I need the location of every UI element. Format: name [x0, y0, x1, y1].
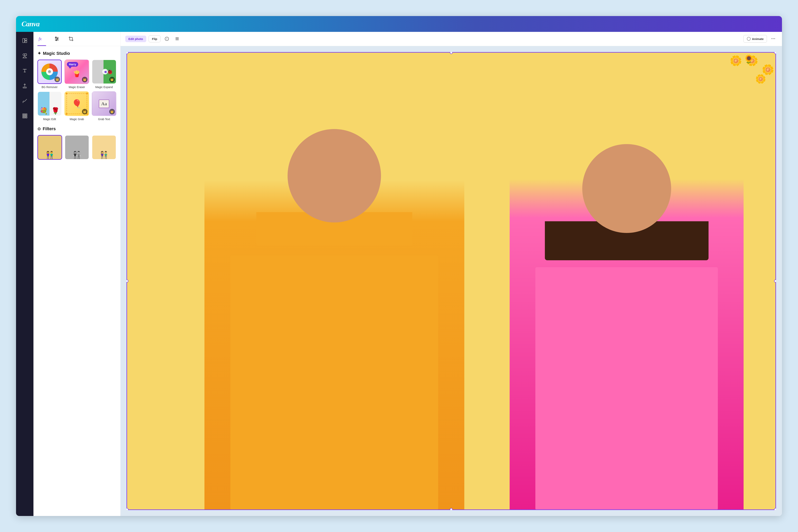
svg-rect-30 [175, 40, 179, 40]
tab-crop[interactable] [68, 32, 75, 46]
expand-arrow-icon: ◀ [102, 69, 108, 74]
svg-rect-6 [22, 114, 24, 115]
svg-point-20 [57, 38, 58, 39]
svg-rect-28 [175, 38, 179, 38]
filter-grid: 👫 👫 👫 [37, 135, 116, 160]
app-window: Canva [16, 16, 782, 516]
panel-tabs: fx [34, 32, 120, 46]
canvas-viewport[interactable]: 🌼 🌼 🌼 🌼 🌻 [120, 46, 782, 516]
svg-point-21 [56, 40, 57, 41]
filter-preview-people-2: 👫 [73, 151, 81, 159]
svg-point-3 [23, 54, 24, 55]
svg-point-31 [747, 37, 750, 41]
feature-bg-remover[interactable]: 👑 BG Remover [37, 60, 62, 89]
canva-logo: Canva [22, 20, 40, 28]
flip-button[interactable]: Flip [149, 35, 161, 42]
sidebar-item-elements[interactable] [20, 51, 30, 60]
filters-icon: ⊙ [37, 127, 41, 131]
fries-icon: 🍟 [73, 70, 81, 77]
crown-badge-grab-text: 👑 [109, 109, 115, 114]
info-button[interactable] [163, 35, 171, 43]
magic-studio-heading: ✦ Magic Studio [37, 51, 116, 56]
tab-effects[interactable]: fx [37, 32, 46, 46]
sidebar-item-upload[interactable] [20, 81, 30, 91]
feature-magic-expand[interactable]: 🐞 ◀ 👑 Magic Expand [92, 60, 116, 89]
sidebar-item-apps[interactable] [20, 111, 30, 120]
magic-expand-label: Magic Expand [95, 86, 113, 89]
bg-remover-label: BG Remover [42, 86, 58, 89]
svg-rect-7 [24, 114, 25, 115]
filter-warm[interactable]: 👫 [92, 135, 116, 160]
sidebar-item-templates[interactable] [20, 36, 30, 45]
svg-rect-14 [26, 117, 27, 118]
filter-original[interactable]: 👫 [37, 135, 62, 160]
filters-section: ⊙ Filters 👫 👫 [37, 126, 116, 160]
filter-preview-people-3: 👫 [99, 151, 109, 159]
canvas-area: Edit photo Flip [120, 32, 782, 516]
sidebar-item-draw[interactable] [20, 96, 30, 106]
hamburger-button[interactable] [173, 35, 181, 43]
svg-rect-0 [22, 38, 24, 42]
filter-preview-people-1: 👫 [45, 151, 54, 159]
woman-figure [510, 121, 744, 510]
svg-rect-10 [24, 115, 25, 116]
svg-rect-13 [24, 117, 25, 118]
sparkle-icon: ✦ [37, 51, 41, 56]
sidebar-item-text[interactable] [20, 66, 30, 75]
magic-grab-label: Magic Grab [70, 117, 84, 121]
tool-panel: fx [34, 32, 120, 516]
feature-magic-grab[interactable]: 🎈 🤚 👑 Magic Grab [64, 92, 89, 121]
crown-badge-eraser: 👑 [82, 77, 88, 82]
tab-adjust[interactable] [53, 32, 60, 46]
filter-bw[interactable]: 👫 [64, 135, 89, 160]
crown-badge-grab: 👑 [82, 109, 88, 114]
svg-rect-8 [26, 114, 27, 115]
feature-magic-edit[interactable]: 💐 🌹 Magic Edit [37, 92, 62, 121]
crown-badge-expand: 👑 [109, 77, 115, 82]
svg-rect-9 [22, 115, 24, 116]
bg-remover-center-icon [46, 68, 53, 75]
man-figure [205, 98, 464, 510]
svg-rect-12 [22, 117, 24, 118]
svg-text:fx: fx [39, 37, 42, 41]
panel-content: ✦ Magic Studio [34, 46, 120, 516]
svg-point-19 [55, 37, 56, 38]
more-options-button[interactable]: ··· [769, 35, 777, 43]
feature-grab-text[interactable]: Aa 👑 Grab Text [92, 92, 116, 121]
animate-button[interactable]: Animate [743, 35, 767, 42]
canvas-frame: 🌼 🌼 🌼 🌼 🌻 [127, 52, 776, 510]
svg-rect-11 [26, 115, 27, 116]
svg-rect-4 [25, 54, 26, 55]
svg-marker-5 [23, 56, 26, 58]
filters-heading: ⊙ Filters [37, 126, 116, 131]
magic-edit-label: Magic Edit [43, 117, 56, 121]
svg-rect-29 [175, 39, 179, 39]
grab-text-label: Grab Text [98, 117, 110, 121]
canvas-toolbar: Edit photo Flip [120, 32, 782, 46]
feature-magic-eraser[interactable]: Harry 🍟 👑 Magic Eraser [64, 60, 89, 89]
magic-studio-grid: 👑 BG Remover Harry 🍟 👑 Magic Eraser [37, 60, 116, 121]
svg-rect-1 [25, 38, 27, 40]
edit-photo-button[interactable]: Edit photo [125, 36, 146, 42]
svg-rect-2 [25, 41, 27, 42]
icon-sidebar [16, 32, 34, 516]
top-bar: Canva [16, 16, 782, 32]
magic-eraser-label: Magic Eraser [69, 86, 85, 89]
main-area: fx [16, 32, 782, 516]
